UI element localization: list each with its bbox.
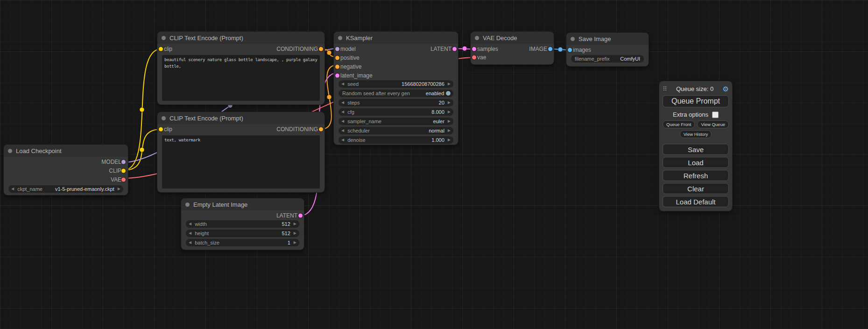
widget-sampler-name[interactable]: ◀ sampler_name euler ▶: [339, 118, 453, 125]
link-midpoint-dot: [327, 50, 332, 55]
extra-options-row: Extra options: [663, 111, 729, 119]
output-slot-vae[interactable]: [121, 177, 126, 182]
node-title-bar[interactable]: VAE Decode: [471, 32, 554, 44]
view-history-button[interactable]: View History: [680, 130, 712, 138]
refresh-button[interactable]: Refresh: [663, 170, 729, 181]
output-slot-latent[interactable]: [452, 47, 457, 51]
slot-label-vae: vae: [477, 54, 486, 61]
widget-random-seed-toggle[interactable]: Random seed after every gen enabled: [339, 90, 453, 97]
collapse-dot-icon[interactable]: [571, 37, 575, 41]
node-load-checkpoint[interactable]: Load Checkpoint MODEL CLIP VAE ◀ ckpt_na…: [4, 145, 128, 195]
output-slot-conditioning[interactable]: [319, 47, 323, 51]
widget-value: 156680208700286: [362, 81, 445, 87]
settings-gear-icon[interactable]: ⚙: [723, 85, 729, 92]
decrement-arrow-icon[interactable]: ◀: [11, 185, 14, 193]
widget-filename-prefix[interactable]: filename_prefix ComfyUI: [571, 55, 644, 63]
node-title-bar[interactable]: Load Checkpoint: [4, 145, 128, 157]
increment-arrow-icon[interactable]: ▶: [294, 230, 296, 237]
clear-button[interactable]: Clear: [663, 183, 729, 194]
input-slot-images[interactable]: [568, 48, 572, 52]
collapse-dot-icon[interactable]: [162, 116, 166, 120]
load-button[interactable]: Load: [663, 157, 729, 168]
widget-value: 512: [212, 231, 290, 236]
slot-label-vae: VAE: [111, 176, 121, 183]
increment-arrow-icon[interactable]: ▶: [448, 136, 451, 144]
widget-value: v1-5-pruned-emaonly.ckpt: [46, 186, 114, 192]
input-slot-vae[interactable]: [472, 56, 476, 60]
decrement-arrow-icon[interactable]: ◀: [189, 220, 191, 228]
slot-label-positive: positive: [340, 55, 360, 61]
node-title-bar[interactable]: KSampler: [334, 32, 458, 44]
extra-options-checkbox[interactable]: [712, 112, 719, 118]
increment-arrow-icon[interactable]: ▶: [448, 80, 451, 88]
output-slot-clip[interactable]: [121, 168, 126, 173]
node-ksampler[interactable]: KSampler model LATENT positive negative …: [334, 32, 458, 145]
prompt-textarea[interactable]: text, watermark: [162, 135, 320, 189]
node-title-bar[interactable]: CLIP Text Encode (Prompt): [157, 112, 325, 124]
node-title-bar[interactable]: CLIP Text Encode (Prompt): [157, 32, 325, 44]
input-slot-negative[interactable]: [335, 64, 339, 69]
widget-value: 1: [223, 240, 290, 245]
queue-prompt-button[interactable]: Queue Prompt: [663, 95, 729, 107]
widget-seed[interactable]: ◀ seed 156680208700286 ▶: [339, 80, 453, 88]
output-slot-image[interactable]: [548, 47, 552, 51]
widget-value: enabled: [413, 91, 444, 96]
input-slot-model[interactable]: [335, 47, 339, 51]
input-slot-positive[interactable]: [335, 56, 339, 60]
increment-arrow-icon[interactable]: ▶: [294, 239, 296, 246]
node-save-image[interactable]: Save Image images filename_prefix ComfyU…: [566, 33, 649, 66]
node-title: CLIP Text Encode (Prompt): [169, 115, 243, 122]
prompt-textarea[interactable]: beautiful scenery nature glass bottle la…: [162, 55, 320, 101]
input-slot-clip[interactable]: [159, 127, 163, 131]
queue-size-label: Queue size: 0: [667, 85, 723, 92]
queue-front-button[interactable]: Queue Front: [663, 120, 695, 128]
widget-steps[interactable]: ◀ steps 20 ▶: [339, 99, 453, 106]
collapse-dot-icon[interactable]: [338, 36, 342, 40]
drag-handle-icon[interactable]: ⠿: [663, 85, 667, 92]
widget-ckpt-name[interactable]: ◀ ckpt_name v1-5-pruned-emaonly.ckpt ▶: [8, 185, 123, 193]
node-empty-latent-image[interactable]: Empty Latent Image LATENT ◀ width 512 ▶ …: [181, 198, 304, 250]
input-slot-clip[interactable]: [159, 47, 163, 51]
collapse-dot-icon[interactable]: [8, 149, 12, 153]
widget-cfg[interactable]: ◀ cfg 8.000 ▶: [339, 108, 453, 116]
decrement-arrow-icon[interactable]: ◀: [341, 80, 344, 88]
node-clip-text-encode-positive[interactable]: CLIP Text Encode (Prompt) clip CONDITION…: [157, 32, 325, 105]
collapse-dot-icon[interactable]: [162, 36, 166, 40]
increment-arrow-icon[interactable]: ▶: [294, 220, 296, 228]
widget-width[interactable]: ◀ width 512 ▶: [186, 220, 299, 228]
toggle-knob-icon[interactable]: [446, 91, 451, 96]
output-slot-model[interactable]: [121, 160, 126, 164]
output-slot-conditioning[interactable]: [319, 127, 323, 131]
queue-menu-header: ⠿ Queue size: 0 ⚙: [663, 84, 729, 93]
widget-batch-size[interactable]: ◀ batch_size 1 ▶: [186, 239, 299, 246]
node-vae-decode[interactable]: VAE Decode samples IMAGE vae: [471, 32, 554, 64]
node-title-bar[interactable]: Save Image: [566, 33, 649, 45]
node-graph-canvas[interactable]: Load Checkpoint MODEL CLIP VAE ◀ ckpt_na…: [0, 0, 868, 329]
decrement-arrow-icon[interactable]: ◀: [189, 230, 191, 237]
increment-arrow-icon[interactable]: ▶: [448, 108, 451, 116]
increment-arrow-icon[interactable]: ▶: [448, 127, 451, 134]
input-slot-samples[interactable]: [472, 47, 476, 51]
widget-height[interactable]: ◀ height 512 ▶: [186, 230, 299, 237]
save-button[interactable]: Save: [663, 144, 729, 155]
view-queue-button[interactable]: View Queue: [697, 120, 729, 128]
increment-arrow-icon[interactable]: ▶: [118, 185, 120, 193]
decrement-arrow-icon[interactable]: ◀: [341, 99, 344, 106]
node-title: Load Checkpoint: [16, 147, 62, 154]
load-default-button[interactable]: Load Default: [663, 196, 729, 207]
decrement-arrow-icon[interactable]: ◀: [341, 108, 344, 116]
decrement-arrow-icon[interactable]: ◀: [189, 239, 191, 246]
decrement-arrow-icon[interactable]: ◀: [341, 136, 344, 144]
input-slot-latent-image[interactable]: [335, 73, 339, 77]
node-clip-text-encode-negative[interactable]: CLIP Text Encode (Prompt) clip CONDITION…: [157, 112, 325, 192]
output-slot-latent[interactable]: [298, 213, 303, 217]
node-title-bar[interactable]: Empty Latent Image: [181, 198, 304, 210]
decrement-arrow-icon[interactable]: ◀: [341, 118, 344, 125]
collapse-dot-icon[interactable]: [185, 203, 190, 207]
increment-arrow-icon[interactable]: ▶: [448, 99, 451, 106]
widget-scheduler[interactable]: ◀ scheduler normal ▶: [339, 127, 453, 134]
increment-arrow-icon[interactable]: ▶: [448, 118, 451, 125]
decrement-arrow-icon[interactable]: ◀: [341, 127, 344, 134]
widget-denoise[interactable]: ◀ denoise 1.000 ▶: [339, 136, 453, 144]
collapse-dot-icon[interactable]: [475, 36, 479, 40]
